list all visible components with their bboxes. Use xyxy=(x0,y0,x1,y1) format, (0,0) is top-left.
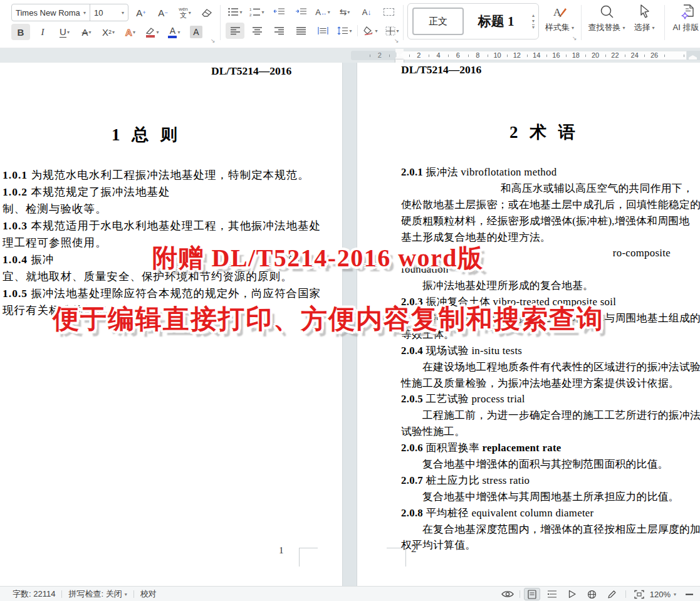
doc-text: 复合地基中增强体的面积与其控制范围面积的比值。 xyxy=(422,458,669,470)
asian-layout-button[interactable]: ⇆ ▾ xyxy=(335,4,354,20)
divider xyxy=(625,590,626,598)
align-justify-button[interactable] xyxy=(291,23,310,39)
chevron-down-icon[interactable]: ▾ xyxy=(674,592,676,597)
ai-layout-button[interactable]: AI 排版▾ xyxy=(671,4,700,33)
superscript-button[interactable]: X2▾ xyxy=(99,24,118,40)
doc-line: 振冲法地基处理所形成的复合地基。 xyxy=(401,278,693,294)
ruler-number: 14 xyxy=(533,51,540,59)
zoom-out-button[interactable] xyxy=(681,588,697,600)
numbered-list-icon: 12 xyxy=(249,7,261,17)
doc-line: 使松散地基土层振密；或在地基土层中成孔后，回填性能稳定的 xyxy=(401,197,693,213)
fit-page-button[interactable] xyxy=(631,588,647,600)
char-shading-button[interactable]: A xyxy=(187,24,206,40)
section-heading: 2 术 语 xyxy=(509,121,575,144)
proofread[interactable]: 校对 xyxy=(134,587,163,601)
increase-font-button[interactable]: XA+ xyxy=(132,4,150,21)
web-view-button[interactable] xyxy=(584,588,600,600)
italic-button[interactable]: I xyxy=(33,24,52,40)
underline-button[interactable]: U▾ xyxy=(55,24,74,40)
text-effects-button[interactable]: A▾ xyxy=(121,24,140,40)
page-layout-view-button[interactable] xyxy=(524,588,540,600)
align-right-button[interactable] xyxy=(269,23,288,39)
ruler-tick xyxy=(684,55,684,57)
decrease-indent-button[interactable] xyxy=(269,4,288,20)
zoom-level[interactable]: 120% xyxy=(647,590,673,599)
sort-button[interactable]: A↓ xyxy=(357,4,376,20)
char-scale-button[interactable]: A↔ ▾ xyxy=(313,4,332,20)
font-name-select[interactable]: Times New Roma ▾ xyxy=(12,4,90,21)
font-color-button[interactable]: A ▾ xyxy=(165,24,184,40)
document-area: DL/T5214—20161 总 则1.0.1 为规范水电水利工程振冲法地基处理… xyxy=(0,63,700,586)
font-group-expander[interactable]: ↘ xyxy=(211,38,216,44)
page-header: DL/T5214—2016 xyxy=(401,63,481,76)
doc-text: 振冲 xyxy=(31,253,54,266)
bullet-list-button[interactable]: ▾ xyxy=(226,4,244,20)
doc-text: 平均桩径 equivalent column diameter xyxy=(426,507,594,519)
divider xyxy=(220,5,221,40)
numbered-list-button[interactable]: 12 ▾ xyxy=(248,4,266,20)
gallery-more-icon[interactable]: ▾ xyxy=(532,24,535,30)
align-center-icon xyxy=(252,26,263,35)
doc-text-bold: 1.0.5 xyxy=(3,287,31,300)
ribbon-toolbar: Times New Roma ▾ 10 ▾ XA+ A− wén文 ▾ xyxy=(0,0,700,48)
shading-button[interactable]: ▾ xyxy=(361,23,380,39)
ruler-tick xyxy=(448,55,449,57)
eye-icon xyxy=(501,590,514,598)
ruler-number: 4 xyxy=(437,51,441,59)
decrease-indent-icon xyxy=(273,8,285,16)
outline-view-button[interactable] xyxy=(544,588,560,600)
find-replace-button[interactable]: 查找替换▾ xyxy=(587,4,627,33)
watermark-line2: 便于编辑直接打印、方便内容复制和搜索查询 xyxy=(53,301,604,337)
style-set-button[interactable]: A 样式集▾ xyxy=(541,4,578,33)
underline-label: U xyxy=(60,26,66,38)
chevron-down-icon: ▾ xyxy=(133,29,135,35)
doc-text: 面积置换率 xyxy=(426,442,483,454)
text-boundary-mark xyxy=(387,548,405,548)
ruler-number: 26 xyxy=(650,51,658,59)
spell-check[interactable]: 拼写检查: 关闭▾ xyxy=(62,587,133,601)
show-marks-button[interactable] xyxy=(379,4,398,20)
divider xyxy=(664,5,665,40)
style-item-heading1[interactable]: 标题 1 xyxy=(464,13,528,30)
doc-text: 振冲法地基处理除应符合本规范的规定外，尚应符合国家 xyxy=(31,287,321,300)
ruler-margin-number: 2 xyxy=(378,51,382,59)
doc-line: 硬质粗颗粒材料，经振密形成增强体(振冲桩),增强体和周围地 xyxy=(401,213,693,229)
align-left-button[interactable] xyxy=(226,23,244,39)
doc-line: 试验性施工。 xyxy=(401,424,693,440)
clear-format-button[interactable] xyxy=(197,4,216,21)
highlight-button[interactable]: ▾ xyxy=(143,24,162,40)
char-scale-icon: A↔ xyxy=(315,8,327,17)
pinyin-guide-button[interactable]: wén文 ▾ xyxy=(175,4,194,21)
styles-group-expander[interactable]: ↘ xyxy=(572,35,577,41)
ruler-tick xyxy=(566,55,567,57)
borders-button[interactable]: ▾ xyxy=(383,23,402,39)
bullet-list-icon xyxy=(227,7,239,17)
style-item-normal[interactable]: 正文 xyxy=(412,8,464,35)
divider xyxy=(403,5,404,40)
bold-button[interactable]: B xyxy=(11,24,30,40)
doc-line: 1.0.1 为规范水电水利工程振冲法地基处理，特制定本规范。 xyxy=(3,167,330,184)
align-center-button[interactable] xyxy=(248,23,266,39)
word-count[interactable]: 字数: 22114 xyxy=(6,587,61,601)
slideshow-view-button[interactable] xyxy=(564,588,580,600)
doc-text: 在复合地基深度范围内，增强体的直径按相应土层厚度的加 xyxy=(422,523,700,535)
decrease-font-button[interactable]: A− xyxy=(154,4,172,21)
gallery-down-icon[interactable]: ▾ xyxy=(532,19,535,24)
gallery-up-icon[interactable]: ▴ xyxy=(532,13,535,18)
read-mode-button[interactable] xyxy=(499,588,516,600)
paragraph-group-expander[interactable]: ↘ xyxy=(394,38,399,44)
font-size-select[interactable]: 10 ▾ xyxy=(90,4,128,21)
ai-layout-label: AI 排版 xyxy=(673,22,699,33)
line-spacing-button[interactable]: ▾ xyxy=(335,23,354,39)
increase-indent-button[interactable] xyxy=(291,4,310,20)
distribute-button[interactable] xyxy=(313,23,332,39)
italic-label: I xyxy=(41,27,44,38)
wps-writer-window: Times New Roma ▾ 10 ▾ XA+ A− wén文 ▾ xyxy=(0,0,700,601)
select-button[interactable]: 选择▾ xyxy=(629,4,659,33)
ink-annotate-button[interactable] xyxy=(604,588,620,600)
strikethrough-button[interactable]: A▾ xyxy=(77,24,96,40)
chevron-down-icon: ▾ xyxy=(125,592,127,597)
doc-text: 振冲法 vibroflotation method xyxy=(426,166,557,178)
style-gallery: 正文 标题 1 ▴ ▾ ▾ xyxy=(407,3,539,39)
horizontal-ruler[interactable]: 22468101214161820222426 xyxy=(0,48,700,63)
